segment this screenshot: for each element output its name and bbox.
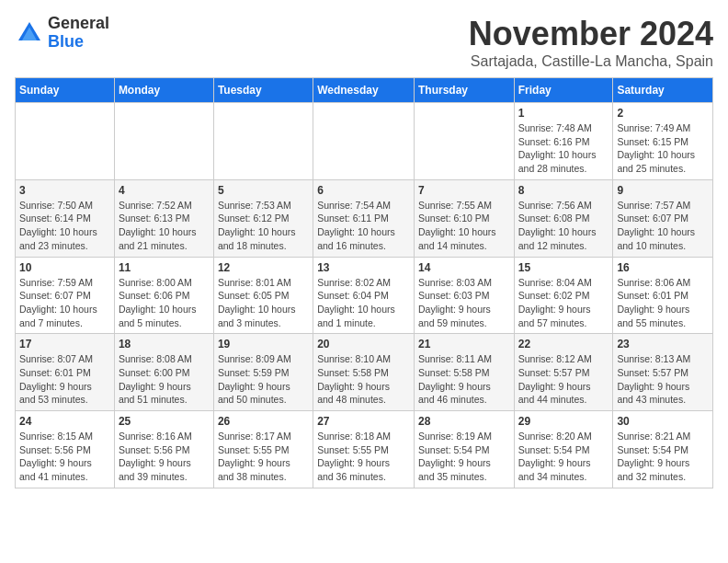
calendar-cell: 17Sunrise: 8:07 AM Sunset: 6:01 PM Dayli… [16,334,115,411]
day-info: Sunrise: 7:50 AM Sunset: 6:14 PM Dayligh… [19,199,110,253]
day-number: 6 [317,184,410,197]
day-info: Sunrise: 8:04 AM Sunset: 6:02 PM Dayligh… [518,276,609,330]
day-number: 23 [617,338,709,350]
day-number: 20 [317,338,410,350]
day-info: Sunrise: 8:20 AM Sunset: 5:54 PM Dayligh… [518,430,609,484]
day-number: 25 [119,415,210,428]
day-number: 10 [19,261,110,274]
day-info: Sunrise: 8:13 AM Sunset: 5:57 PM Dayligh… [617,352,709,407]
calendar-cell: 8Sunrise: 7:56 AM Sunset: 6:08 PM Daylig… [514,179,613,257]
calendar-cell [414,103,514,180]
month-title: November 2024 [469,15,713,53]
weekday-header-row: SundayMondayTuesdayWednesdayThursdayFrid… [16,78,713,103]
weekday-header-friday: Friday [514,78,613,103]
day-number: 17 [19,338,110,350]
day-info: Sunrise: 8:17 AM Sunset: 5:55 PM Dayligh… [218,430,309,484]
calendar-cell: 25Sunrise: 8:16 AM Sunset: 5:56 PM Dayli… [114,411,213,488]
calendar-cell: 12Sunrise: 8:01 AM Sunset: 6:05 PM Dayli… [213,257,313,334]
day-number: 19 [218,338,309,350]
title-section: November 2024 Sartajada, Castille-La Man… [469,15,713,70]
calendar-cell: 27Sunrise: 8:18 AM Sunset: 5:55 PM Dayli… [313,411,415,488]
day-info: Sunrise: 8:08 AM Sunset: 6:00 PM Dayligh… [119,352,210,407]
day-info: Sunrise: 8:03 AM Sunset: 6:03 PM Dayligh… [418,276,510,330]
day-info: Sunrise: 8:19 AM Sunset: 5:54 PM Dayligh… [418,430,510,484]
day-info: Sunrise: 7:49 AM Sunset: 6:15 PM Dayligh… [617,121,709,176]
day-number: 28 [418,415,510,428]
page-header: General Blue November 2024 Sartajada, Ca… [15,15,713,70]
calendar-cell: 18Sunrise: 8:08 AM Sunset: 6:00 PM Dayli… [114,334,213,411]
calendar-cell: 14Sunrise: 8:03 AM Sunset: 6:03 PM Dayli… [414,257,514,334]
weekday-header-thursday: Thursday [414,78,514,103]
calendar-cell [213,103,313,180]
calendar-cell: 24Sunrise: 8:15 AM Sunset: 5:56 PM Dayli… [16,411,115,488]
day-number: 11 [119,261,210,274]
day-number: 18 [119,338,210,350]
calendar-cell: 22Sunrise: 8:12 AM Sunset: 5:57 PM Dayli… [514,334,613,411]
calendar-cell: 4Sunrise: 7:52 AM Sunset: 6:13 PM Daylig… [114,179,213,257]
logo: General Blue [15,15,109,52]
day-number: 27 [317,415,410,428]
calendar-cell: 20Sunrise: 8:10 AM Sunset: 5:58 PM Dayli… [313,334,415,411]
day-info: Sunrise: 8:01 AM Sunset: 6:05 PM Dayligh… [218,276,309,330]
day-info: Sunrise: 8:18 AM Sunset: 5:55 PM Dayligh… [317,430,410,484]
day-number: 15 [518,261,609,274]
logo-general-text: General [48,15,109,33]
day-number: 29 [518,415,609,428]
day-number: 1 [518,107,609,120]
day-info: Sunrise: 7:55 AM Sunset: 6:10 PM Dayligh… [418,199,510,253]
calendar-cell [114,103,213,180]
day-number: 21 [418,338,510,350]
day-number: 12 [218,261,309,274]
weekday-header-saturday: Saturday [613,78,713,103]
calendar-cell: 26Sunrise: 8:17 AM Sunset: 5:55 PM Dayli… [213,411,313,488]
day-info: Sunrise: 7:57 AM Sunset: 6:07 PM Dayligh… [617,199,709,253]
week-row-2: 3Sunrise: 7:50 AM Sunset: 6:14 PM Daylig… [16,179,713,257]
day-info: Sunrise: 7:53 AM Sunset: 6:12 PM Dayligh… [218,199,309,253]
day-info: Sunrise: 7:54 AM Sunset: 6:11 PM Dayligh… [317,199,410,253]
day-info: Sunrise: 7:48 AM Sunset: 6:16 PM Dayligh… [518,121,609,176]
calendar-cell: 2Sunrise: 7:49 AM Sunset: 6:15 PM Daylig… [613,103,713,180]
weekday-header-sunday: Sunday [16,78,115,103]
week-row-4: 17Sunrise: 8:07 AM Sunset: 6:01 PM Dayli… [16,334,713,411]
day-number: 30 [617,415,709,428]
logo-icon [15,18,44,48]
day-info: Sunrise: 7:52 AM Sunset: 6:13 PM Dayligh… [119,199,210,253]
calendar-table: SundayMondayTuesdayWednesdayThursdayFrid… [15,77,713,488]
calendar-cell: 1Sunrise: 7:48 AM Sunset: 6:16 PM Daylig… [514,103,613,180]
calendar-cell: 16Sunrise: 8:06 AM Sunset: 6:01 PM Dayli… [613,257,713,334]
weekday-header-wednesday: Wednesday [313,78,415,103]
day-number: 8 [518,184,609,197]
day-info: Sunrise: 7:56 AM Sunset: 6:08 PM Dayligh… [518,199,609,253]
location-title: Sartajada, Castille-La Mancha, Spain [469,53,713,70]
calendar-cell: 3Sunrise: 7:50 AM Sunset: 6:14 PM Daylig… [16,179,115,257]
day-number: 4 [119,184,210,197]
day-number: 22 [518,338,609,350]
calendar-cell: 5Sunrise: 7:53 AM Sunset: 6:12 PM Daylig… [213,179,313,257]
day-info: Sunrise: 8:09 AM Sunset: 5:59 PM Dayligh… [218,352,309,407]
calendar-cell: 10Sunrise: 7:59 AM Sunset: 6:07 PM Dayli… [16,257,115,334]
calendar-cell: 6Sunrise: 7:54 AM Sunset: 6:11 PM Daylig… [313,179,415,257]
day-number: 3 [19,184,110,197]
week-row-5: 24Sunrise: 8:15 AM Sunset: 5:56 PM Dayli… [16,411,713,488]
day-number: 16 [617,261,709,274]
calendar-cell: 11Sunrise: 8:00 AM Sunset: 6:06 PM Dayli… [114,257,213,334]
day-info: Sunrise: 8:06 AM Sunset: 6:01 PM Dayligh… [617,276,709,330]
calendar-cell: 28Sunrise: 8:19 AM Sunset: 5:54 PM Dayli… [414,411,514,488]
calendar-cell: 21Sunrise: 8:11 AM Sunset: 5:58 PM Dayli… [414,334,514,411]
calendar-cell: 23Sunrise: 8:13 AM Sunset: 5:57 PM Dayli… [613,334,713,411]
day-number: 14 [418,261,510,274]
day-info: Sunrise: 8:16 AM Sunset: 5:56 PM Dayligh… [119,430,210,484]
day-info: Sunrise: 8:02 AM Sunset: 6:04 PM Dayligh… [317,276,410,330]
day-info: Sunrise: 8:10 AM Sunset: 5:58 PM Dayligh… [317,352,410,407]
calendar-cell: 15Sunrise: 8:04 AM Sunset: 6:02 PM Dayli… [514,257,613,334]
day-number: 9 [617,184,709,197]
day-info: Sunrise: 8:21 AM Sunset: 5:54 PM Dayligh… [617,430,709,484]
day-info: Sunrise: 7:59 AM Sunset: 6:07 PM Dayligh… [19,276,110,330]
day-info: Sunrise: 8:00 AM Sunset: 6:06 PM Dayligh… [119,276,210,330]
day-info: Sunrise: 8:15 AM Sunset: 5:56 PM Dayligh… [19,430,110,484]
week-row-3: 10Sunrise: 7:59 AM Sunset: 6:07 PM Dayli… [16,257,713,334]
day-number: 2 [617,107,709,120]
calendar-cell: 13Sunrise: 8:02 AM Sunset: 6:04 PM Dayli… [313,257,415,334]
logo-blue-text: Blue [48,33,109,52]
calendar-cell [313,103,415,180]
